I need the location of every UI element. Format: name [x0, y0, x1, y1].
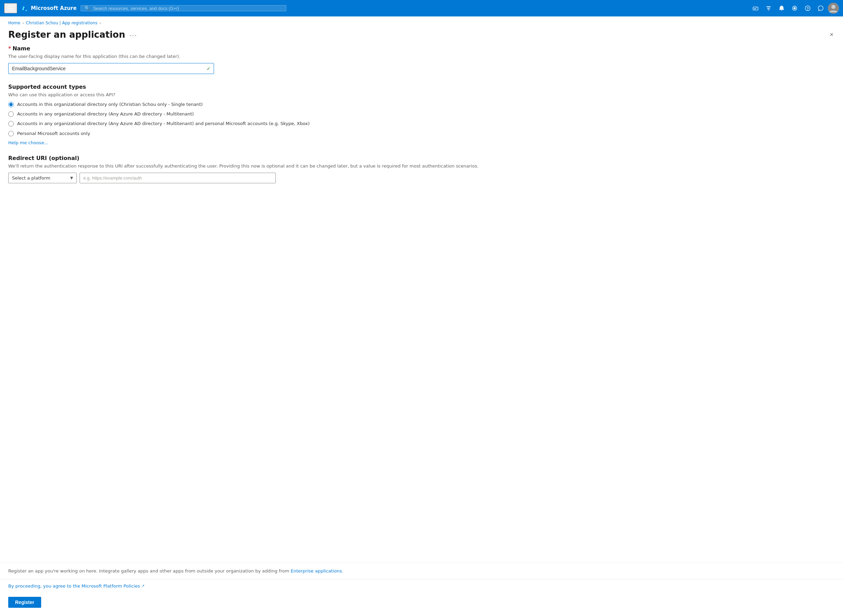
feedback-button[interactable]	[815, 3, 827, 13]
radio-input-0[interactable]	[8, 102, 14, 107]
breadcrumb-separator-2: ›	[100, 21, 101, 25]
radio-item-0[interactable]: Accounts in this organizational director…	[8, 101, 835, 108]
topnav-icon-group: ?	[750, 3, 839, 14]
platform-select-label: Select a platform	[12, 175, 50, 180]
azure-logo: Microsoft Azure	[21, 5, 77, 12]
account-type-radio-group: Accounts in this organizational director…	[8, 101, 835, 137]
register-button[interactable]: Register	[8, 597, 41, 608]
global-search-box[interactable]: 🔍	[81, 5, 286, 11]
radio-label-1: Accounts in any organizational directory…	[17, 111, 194, 117]
svg-point-11	[831, 5, 836, 9]
top-navigation: Microsoft Azure 🔍 ?	[0, 0, 843, 16]
platform-policies-link[interactable]: By proceeding, you agree to the Microsof…	[8, 584, 144, 588]
radio-label-3: Personal Microsoft accounts only	[17, 131, 90, 137]
radio-input-1[interactable]	[8, 111, 14, 117]
radio-label-2: Accounts in any organizational directory…	[17, 120, 310, 127]
radio-label-0: Accounts in this organizational director…	[17, 101, 203, 108]
name-section-title: *Name	[8, 45, 835, 52]
breadcrumb-separator-1: ›	[22, 21, 24, 25]
svg-text:?: ?	[807, 6, 809, 10]
account-types-description: Who can use this application or access t…	[8, 92, 835, 97]
svg-rect-2	[7, 10, 14, 10]
redirect-uri-section: Redirect URI (optional) We'll return the…	[8, 155, 835, 183]
redirect-uri-title: Redirect URI (optional)	[8, 155, 835, 161]
redirect-uri-description: We'll return the authentication response…	[8, 163, 835, 169]
main-content: Home › Christian Schou | App registratio…	[0, 16, 843, 616]
breadcrumb-home[interactable]: Home	[8, 21, 20, 25]
chevron-down-icon: ▼	[70, 176, 73, 180]
directory-filter-button[interactable]	[763, 3, 774, 13]
radio-item-1[interactable]: Accounts in any organizational directory…	[8, 111, 835, 117]
radio-input-3[interactable]	[8, 131, 14, 136]
search-input[interactable]	[93, 6, 282, 11]
external-link-icon: ↗	[141, 584, 144, 588]
name-valid-checkmark: ✓	[206, 66, 210, 71]
spacer	[8, 193, 835, 220]
svg-rect-6	[768, 10, 769, 10]
platform-select-dropdown[interactable]: Select a platform ▼	[8, 173, 77, 183]
svg-rect-0	[7, 6, 14, 6]
breadcrumb: Home › Christian Schou | App registratio…	[0, 16, 843, 27]
redirect-uri-input[interactable]	[79, 173, 276, 183]
register-button-row: Register	[0, 593, 843, 616]
svg-rect-5	[767, 8, 770, 9]
required-asterisk: *	[8, 45, 11, 52]
svg-point-7	[794, 7, 795, 9]
footer-note: Register an app you're working on here. …	[0, 563, 843, 579]
account-types-section: Supported account types Who can use this…	[8, 84, 835, 145]
form-content: *Name The user-facing display name for t…	[0, 45, 843, 563]
name-input-wrapper: ✓	[8, 63, 214, 74]
notifications-button[interactable]	[776, 3, 787, 13]
account-types-title: Supported account types	[8, 84, 835, 90]
radio-input-2[interactable]	[8, 121, 14, 126]
help-me-choose-link[interactable]: Help me choose...	[8, 140, 49, 145]
name-section-description: The user-facing display name for this ap…	[8, 54, 835, 59]
name-section: *Name The user-facing display name for t…	[8, 45, 835, 74]
policy-link-row: By proceeding, you agree to the Microsof…	[0, 579, 843, 593]
policy-link-text: By proceeding, you agree to the Microsof…	[8, 584, 140, 588]
footer-note-text: Register an app you're working on here. …	[8, 568, 289, 573]
radio-item-3[interactable]: Personal Microsoft accounts only	[8, 131, 835, 137]
settings-button[interactable]	[789, 3, 800, 13]
cloud-shell-button[interactable]	[750, 3, 761, 13]
redirect-uri-inputs: Select a platform ▼	[8, 173, 276, 183]
radio-item-2[interactable]: Accounts in any organizational directory…	[8, 120, 835, 127]
close-button[interactable]: ×	[828, 30, 835, 40]
name-input[interactable]	[8, 63, 214, 74]
svg-rect-1	[7, 8, 14, 9]
user-avatar[interactable]	[828, 3, 839, 14]
help-button[interactable]: ?	[802, 3, 814, 13]
search-icon: 🔍	[84, 6, 90, 11]
logo-text: Microsoft Azure	[31, 5, 77, 11]
enterprise-applications-link[interactable]: Enterprise applications.	[290, 568, 343, 573]
page-header: Register an application ··· ×	[0, 27, 843, 45]
page-options-dots[interactable]: ···	[129, 32, 137, 39]
breadcrumb-parent[interactable]: Christian Schou | App registrations	[26, 21, 97, 25]
hamburger-menu-button[interactable]	[4, 3, 17, 13]
page-title: Register an application	[8, 29, 125, 40]
svg-rect-4	[766, 6, 771, 7]
